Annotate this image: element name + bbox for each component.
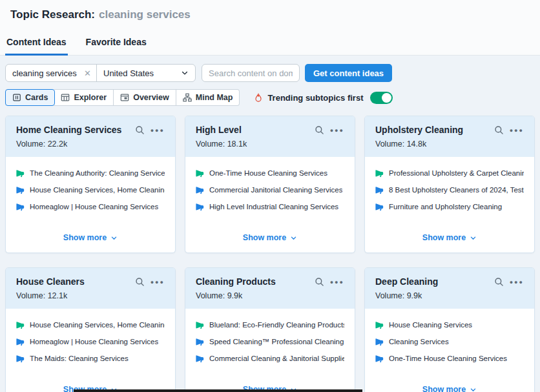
content-idea-item[interactable]: The Cleaning Authority: Cleaning Service… [16,169,165,178]
more-options-icon[interactable]: ●●● [330,126,344,134]
volume-label: Volume: [375,291,404,300]
volume-value: 12.1k [48,291,68,300]
content-idea-item[interactable]: Professional Upholstery & Carpet Cleanin… [375,169,524,178]
toggle-knob [382,93,391,103]
show-more-link[interactable]: Show more [243,233,297,242]
tab-bar: Content Ideas Favorite Ideas [0,37,540,56]
content-idea-item[interactable]: House Cleaning Services, Home Cleaning .… [16,321,165,329]
view-overview-button[interactable]: Overview [114,89,176,106]
filter-bar: ✕ United States Get content ideas Cards … [0,56,540,106]
view-cards-button[interactable]: Cards [5,89,55,106]
content-idea-text: The Cleaning Authority: Cleaning Service… [30,169,165,178]
show-more-link[interactable]: Show more [63,233,118,242]
content-idea-item[interactable]: Blueland: Eco-Friendly Cleaning Products [196,321,344,329]
view-explorer-button[interactable]: Explorer [54,89,114,106]
chevron-down-icon [110,234,118,242]
content-idea-text: High Level Industrial Cleaning Services [209,203,338,211]
idea-list: The Cleaning Authority: Cleaning Service… [6,157,175,231]
card-volume: Volume: 18.1k [196,139,344,149]
volume-value: 14.8k [407,139,427,149]
content-idea-item[interactable]: One-Time House Cleaning Services [196,169,344,178]
megaphone-icon [16,321,25,329]
card-title: Home Cleaning Services [16,125,121,135]
view-switcher: Cards Explorer Overview Mind Map [5,89,240,106]
search-icon[interactable] [135,125,145,135]
card-volume: Volume: 12.1k [16,291,165,300]
search-icon[interactable] [315,277,324,287]
content-idea-text: House Cleaning Services, Home Cleaning .… [30,321,165,329]
mind-map-icon [183,93,192,102]
card-footer: Show more [365,231,534,253]
more-options-icon[interactable]: ●●● [510,278,524,285]
content-idea-item[interactable]: Commercial Janitorial Cleaning Services [196,186,344,194]
card-footer: Show more [6,231,175,253]
country-select[interactable]: United States [97,65,195,81]
content-idea-text: Homeaglow | House Cleaning Services [30,203,158,211]
card-title: Cleaning Products [196,276,276,287]
content-idea-item[interactable]: High Level Industrial Cleaning Services [196,203,344,211]
explorer-table-icon [61,93,70,102]
content-idea-item[interactable]: Cleaning Services [375,338,524,346]
megaphone-icon [375,355,384,363]
domain-search-input[interactable] [202,64,300,82]
content-idea-text: One-Time House Cleaning Services [209,169,327,178]
overview-icon [120,93,129,102]
content-idea-text: Furniture and Upholstery Cleaning [389,203,502,211]
content-idea-item[interactable]: Commercial Cleaning & Janitorial Supplie… [196,355,344,363]
volume-label: Volume: [196,139,225,149]
content-idea-item[interactable]: House Cleaning Services [375,321,524,329]
content-idea-item[interactable]: The Maids: Cleaning Services [16,355,165,363]
content-idea-item[interactable]: Speed Cleaning™ Professional Cleaning Su… [196,338,344,346]
view-mind-map-button[interactable]: Mind Map [176,89,240,106]
topic-card: High Level ●●● Volume: 18.1k One-Time Ho… [185,116,355,253]
show-more-link[interactable]: Show more [422,233,477,242]
card-title: Upholstery Cleaning [375,125,463,135]
card-header: High Level ●●● Volume: 18.1k [185,116,355,157]
content-idea-item[interactable]: Homeaglow | House Cleaning Services [16,338,165,346]
trending-label: Trending subtopics first [267,93,363,103]
more-options-icon[interactable]: ●●● [151,278,165,285]
card-volume: Volume: 9.9k [375,291,524,300]
topic-card: Upholstery Cleaning ●●● Volume: 14.8k Pr… [364,116,535,253]
topic-card: Home Cleaning Services ●●● Volume: 22.2k… [5,116,176,253]
megaphone-icon [16,169,25,178]
flame-icon [254,93,263,103]
tab-favorite-ideas[interactable]: Favorite Ideas [85,37,148,55]
more-options-icon[interactable]: ●●● [151,126,165,134]
megaphone-icon [375,169,384,178]
volume-value: 18.1k [227,139,247,149]
topic-card: House Cleaners ●●● Volume: 12.1k House C… [5,267,176,392]
megaphone-icon [375,203,384,211]
more-options-icon[interactable]: ●●● [330,278,344,285]
cards-grid: Home Cleaning Services ●●● Volume: 22.2k… [0,116,540,392]
search-icon[interactable] [135,277,145,287]
content-idea-item[interactable]: Furniture and Upholstery Cleaning [375,203,524,211]
content-idea-item[interactable]: One-Time House Cleaning Services [375,355,524,363]
tab-content-ideas[interactable]: Content Ideas [5,37,68,56]
card-header: Deep Cleaning ●●● Volume: 9.9k [365,268,534,309]
show-more-link[interactable]: Show more [422,385,477,392]
get-content-ideas-button[interactable]: Get content ideas [305,64,392,82]
content-idea-item[interactable]: 8 Best Upholstery Cleaners of 2024, Test… [375,186,524,194]
clear-keyword-icon[interactable]: ✕ [84,68,91,78]
search-icon[interactable] [494,125,504,135]
content-idea-item[interactable]: House Cleaning Services, Home Cleaning .… [16,186,165,194]
content-idea-text: The Maids: Cleaning Services [30,355,129,363]
content-idea-text: Blueland: Eco-Friendly Cleaning Products [209,321,344,329]
search-icon[interactable] [494,277,504,287]
card-header: Home Cleaning Services ●●● Volume: 22.2k [6,116,175,157]
card-footer: Show more [365,383,534,392]
megaphone-icon [375,321,384,329]
card-title: House Cleaners [16,276,85,287]
trending-toggle[interactable] [370,92,393,104]
trending-subtopics-control: Trending subtopics first [254,92,393,104]
content-idea-text: 8 Best Upholstery Cleaners of 2024, Test… [389,186,524,194]
volume-label: Volume: [196,291,225,300]
card-header: Upholstery Cleaning ●●● Volume: 14.8k [365,116,534,157]
volume-label: Volume: [16,139,45,149]
search-icon[interactable] [315,125,324,135]
keyword-input[interactable] [12,68,77,78]
megaphone-icon [16,186,25,194]
more-options-icon[interactable]: ●●● [510,126,524,134]
content-idea-item[interactable]: Homeaglow | House Cleaning Services [16,203,165,211]
